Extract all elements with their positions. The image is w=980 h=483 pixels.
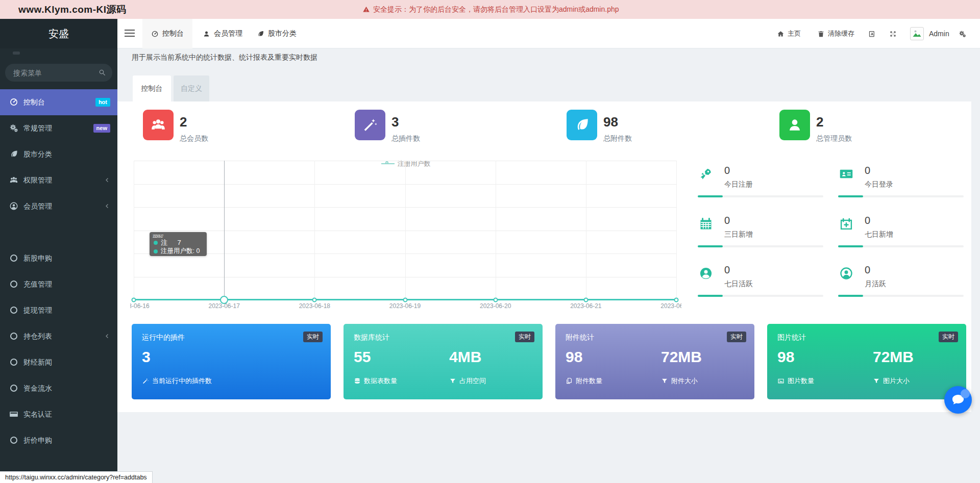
grid-v bbox=[676, 161, 677, 300]
circle-icon bbox=[9, 253, 18, 263]
chat-widget-button[interactable] bbox=[944, 386, 972, 414]
tooltip-line-2: 注册用户数: 0 bbox=[154, 247, 200, 256]
marker bbox=[674, 298, 679, 302]
security-warning-text: 安全提示：为了你的后台安全，请勿将后台管理入口设置为admin或admin.ph… bbox=[373, 5, 619, 14]
nav-tab-stock-category[interactable]: 股市分类 bbox=[248, 19, 305, 48]
stat-tile-plugins bbox=[355, 110, 385, 140]
stat-label: 总管理员数 bbox=[816, 134, 852, 143]
user-icon bbox=[787, 117, 803, 133]
card-attachment-stats: 附件统计 实时 98 72MB 附件数量 附件大小 bbox=[555, 324, 754, 399]
stat-tile-members bbox=[143, 110, 174, 140]
dashboard-icon bbox=[151, 30, 159, 38]
grid-v bbox=[405, 161, 406, 300]
top-banner: www.Klym.com-KI源码 安全提示：为了你的后台安全，请勿将后台管理入… bbox=[0, 0, 980, 19]
tick: 2023-06-18 bbox=[284, 302, 345, 310]
filter-icon bbox=[661, 377, 668, 385]
language-button[interactable] bbox=[868, 19, 876, 48]
menu-toggle-icon[interactable] bbox=[125, 30, 135, 38]
tick: 2023-06-20 bbox=[465, 302, 526, 310]
sidebar-item-positions[interactable]: 持仓列表 bbox=[0, 323, 117, 349]
stat-label: 总会员数 bbox=[180, 134, 208, 143]
marker bbox=[583, 298, 588, 302]
sidebar-item-withdraw[interactable]: 提现管理 bbox=[0, 297, 117, 323]
sidebar-item-member[interactable]: 会员管理 bbox=[0, 193, 117, 219]
realtime-badge: 实时 bbox=[939, 332, 958, 342]
stat-tile-admins bbox=[779, 110, 810, 140]
address-card-icon bbox=[839, 167, 853, 181]
tab-console[interactable]: 控制台 bbox=[133, 75, 171, 101]
tick: 2023-06-22 bbox=[646, 302, 681, 310]
sidebar-item-ipo[interactable]: 新股申购 bbox=[0, 245, 117, 271]
sidebar-item-finance-news[interactable]: 财经新闻 bbox=[0, 349, 117, 375]
sidebar-item-console[interactable]: 控制台 hot bbox=[0, 89, 117, 115]
nav-tab-console[interactable]: 控制台 bbox=[142, 19, 192, 48]
new-badge: new bbox=[93, 124, 110, 133]
home-icon bbox=[777, 30, 785, 38]
circle-icon bbox=[9, 436, 18, 445]
circle-icon bbox=[9, 358, 18, 367]
rocket-icon bbox=[699, 167, 713, 181]
leaf-icon bbox=[257, 30, 264, 38]
warning-icon bbox=[362, 6, 370, 13]
sidebar-item-funds-flow[interactable]: 资金流水 bbox=[0, 375, 117, 401]
grid-v bbox=[134, 161, 134, 300]
sidebar-item-auth[interactable]: 权限管理 bbox=[0, 167, 117, 193]
sidebar: 安盛 控制台 hot 常规管理 new 股市分类 权限管理 会员管理 bbox=[0, 19, 117, 483]
grid-v bbox=[314, 161, 315, 300]
menu-search-input[interactable] bbox=[5, 64, 112, 82]
circle-icon bbox=[9, 306, 18, 315]
top-nav: 控制台 会员管理 股市分类 主页 清除缓存 Admin bbox=[117, 19, 980, 48]
mini-stat-today-registered: 0 今日注册 bbox=[698, 166, 825, 201]
mini-stat-today-login: 0 今日登录 bbox=[838, 166, 966, 201]
avatar[interactable] bbox=[910, 27, 924, 40]
sidebar-search bbox=[5, 64, 112, 82]
app-logo[interactable]: 安盛 bbox=[0, 19, 117, 48]
tooltip-line-1: 注 7 bbox=[154, 238, 181, 247]
circle-icon bbox=[9, 384, 18, 393]
banner-brand: www.Klym.com-KI源码 bbox=[18, 0, 127, 19]
registrations-line-chart: 注册用户数 2023-06-17 注 7 注册用户数: 0 2023-06-16… bbox=[130, 153, 681, 311]
sidebar-item-general[interactable]: 常规管理 new bbox=[0, 115, 117, 141]
card-database-stats: 数据库统计 实时 55 4MB 数据表数量 占用空间 bbox=[344, 324, 543, 399]
sidebar-item-product[interactable]: 产品管理 bbox=[0, 219, 117, 245]
users-icon bbox=[9, 175, 18, 185]
fullscreen-icon bbox=[889, 30, 897, 38]
circle-icon bbox=[9, 227, 18, 237]
user-icon bbox=[203, 30, 210, 38]
user-circle-icon bbox=[699, 266, 713, 281]
marker bbox=[132, 298, 136, 302]
cogs-icon bbox=[9, 123, 18, 133]
circle-icon bbox=[9, 279, 18, 289]
marker bbox=[312, 298, 317, 302]
tick: 2023-06-19 bbox=[375, 302, 436, 310]
security-warning: 安全提示：为了你的后台安全，请勿将后台管理入口设置为admin或admin.ph… bbox=[362, 0, 619, 19]
filter-icon bbox=[449, 377, 456, 385]
language-icon bbox=[868, 30, 876, 38]
tick: 2023-06-21 bbox=[555, 302, 617, 310]
gear-icon bbox=[959, 30, 966, 38]
tab-custom[interactable]: 自定义 bbox=[174, 75, 209, 101]
sidebar-item-discount-ipo[interactable]: 折价申购 bbox=[0, 427, 117, 453]
mini-stat-7day-new: 0 七日新增 bbox=[838, 216, 966, 251]
status-url: https://taigu.winxx.cc/admin/category?re… bbox=[0, 471, 153, 483]
calendar-plus-icon bbox=[839, 217, 853, 231]
search-icon bbox=[98, 68, 106, 77]
chart-tooltip: 2023-06-17 注 7 注册用户数: 0 bbox=[150, 232, 207, 256]
stat-value: 3 bbox=[391, 114, 399, 130]
id-card-icon bbox=[9, 410, 18, 419]
settings-button[interactable] bbox=[959, 19, 966, 48]
home-button[interactable]: 主页 bbox=[777, 19, 801, 48]
fullscreen-button[interactable] bbox=[889, 19, 897, 48]
clear-cache-button[interactable]: 清除缓存 bbox=[817, 19, 854, 48]
username[interactable]: Admin bbox=[929, 19, 949, 48]
sidebar-item-realname[interactable]: 实名认证 bbox=[0, 401, 117, 427]
nav-tab-member[interactable]: 会员管理 bbox=[194, 19, 251, 48]
tick: 2023-06-16 bbox=[130, 302, 164, 310]
sidebar-item-recharge[interactable]: 充值管理 bbox=[0, 271, 117, 297]
sidebar-item-stock-category[interactable]: 股市分类 bbox=[0, 141, 117, 167]
sidebar-menu: 控制台 hot 常规管理 new 股市分类 权限管理 会员管理 产品管理 bbox=[0, 89, 117, 453]
stat-label: 总附件数 bbox=[603, 134, 632, 143]
marker bbox=[493, 298, 498, 302]
stat-tile-attachments bbox=[567, 110, 597, 140]
series-dot-icon bbox=[154, 241, 158, 245]
